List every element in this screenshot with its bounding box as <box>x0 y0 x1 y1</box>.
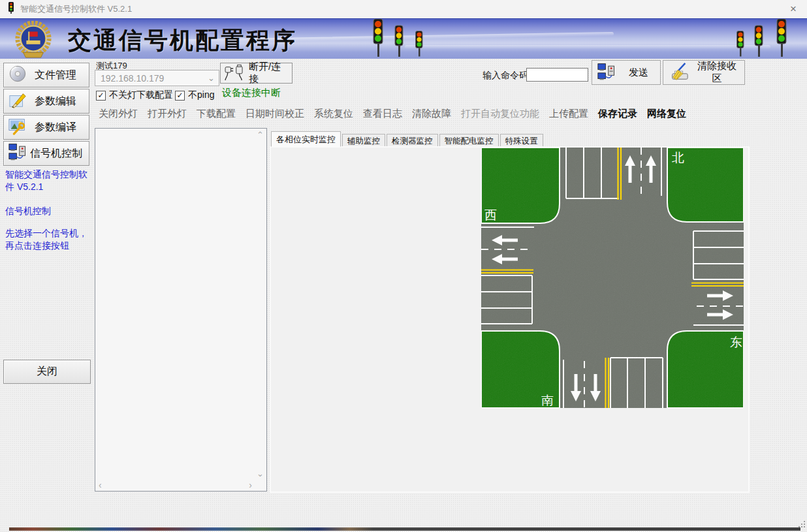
sidebar-button-label: 参数编辑 <box>27 95 84 108</box>
checkbox-icon[interactable]: ✓ <box>96 91 106 101</box>
send-button-label: 发送 <box>622 67 655 79</box>
connect-button-label: 断开/连接 <box>249 61 289 86</box>
clear-receive-button-label: 清除接收区 <box>695 60 739 85</box>
cd-icon <box>8 65 27 86</box>
menu-item-clear-fault[interactable]: 清除故障 <box>412 108 451 120</box>
command-menu-bar: 关闭外灯 打开外灯 下载配置 日期时间校正 系统复位 查看日志 清除故障 打开自… <box>99 108 686 120</box>
tab-smart-power-monitor[interactable]: 智能配电监控 <box>439 134 499 147</box>
app-title: 交通信号机配置程序 <box>68 25 297 57</box>
checkbox-label: 不ping <box>188 89 214 101</box>
sidebar-button-parameter-compile[interactable]: 参数编译 <box>3 115 89 140</box>
traffic-light-icon <box>753 24 765 59</box>
sidebar-button-label: 文件管理 <box>27 69 84 82</box>
traffic-light-app-icon <box>7 2 16 16</box>
resize-grip[interactable] <box>799 521 805 527</box>
title-bar: 智能交通信号控制软件 V5.2.1 × <box>0 0 807 18</box>
sidebar-button-file-management[interactable]: 文件管理 <box>3 63 89 87</box>
sidebar-hint-text: 先选择一个信号机，再点击连接按钮 <box>5 227 90 252</box>
police-badge-logo <box>14 21 52 59</box>
menu-item-save-record[interactable]: 保存记录 <box>598 108 637 120</box>
header-banner: 交通信号机配置程序 <box>0 18 807 59</box>
connection-status: 设备连接中断 <box>222 87 281 99</box>
window-bottom-border <box>9 527 800 531</box>
pencil-icon <box>8 91 27 112</box>
close-icon[interactable]: × <box>790 3 797 16</box>
sidebar-button-label: 参数编译 <box>27 121 84 134</box>
receive-log-listbox[interactable]: ⌃ ⌄ ‹ › <box>95 128 267 492</box>
menu-item-upload-config[interactable]: 上传配置 <box>549 108 588 120</box>
clear-receive-button[interactable]: 清除接收区 <box>663 60 745 85</box>
close-button-label: 关闭 <box>37 365 57 379</box>
menu-item-close-external-lights[interactable]: 关闭外灯 <box>99 108 138 120</box>
compile-icon <box>8 117 27 138</box>
connect-button[interactable]: 断开/连接 <box>220 63 293 84</box>
sidebar-version-text: 智能交通信号控制软件 V5.2.1 <box>5 168 90 193</box>
traffic-light-icon <box>735 30 746 59</box>
ip-combobox-value[interactable] <box>99 72 200 84</box>
menu-item-download-config[interactable]: 下载配置 <box>197 108 236 120</box>
sidebar-button-signal-control[interactable]: 信号机控制 <box>3 141 89 166</box>
menu-item-network-reset[interactable]: 网络复位 <box>647 108 686 120</box>
close-button[interactable]: 关闭 <box>3 360 91 384</box>
menu-item-view-log[interactable]: 查看日志 <box>363 108 402 120</box>
scroll-down-icon[interactable]: ⌄ <box>257 469 264 478</box>
traffic-light-icon <box>774 18 789 59</box>
broom-icon <box>669 62 689 84</box>
plug-icon <box>224 64 245 83</box>
highway-streak <box>405 45 770 49</box>
command-code-label: 输入命令码 <box>483 70 528 82</box>
app-window: 智能交通信号控制软件 V5.2.1 × 交通信号机配置程序 <box>0 0 807 532</box>
traffic-light-icon <box>393 24 405 59</box>
traffic-light-icon <box>414 30 424 59</box>
command-code-input[interactable] <box>526 68 588 82</box>
scroll-left-icon[interactable]: ‹ <box>99 480 102 490</box>
menu-item-enable-auto-reset[interactable]: 打开自动复位功能 <box>461 108 539 120</box>
checkbox-no-ping[interactable]: ✓ 不ping <box>175 89 214 101</box>
checkbox-no-light-off-download[interactable]: ✓ 不关灯下载配置 <box>96 89 173 101</box>
network-computers-icon <box>8 143 28 164</box>
tab-auxiliary-monitor[interactable]: 辅助监控 <box>342 134 385 147</box>
chevron-down-icon[interactable]: ⌄ <box>208 73 215 83</box>
window-title: 智能交通信号控制软件 V5.2.1 <box>20 3 132 15</box>
menu-item-open-external-lights[interactable]: 打开外灯 <box>148 108 187 120</box>
traffic-light-icon <box>371 18 385 59</box>
monitor-tabstrip: 各相位实时监控 辅助监控 检测器监控 智能配电监控 特殊设置 <box>271 131 545 147</box>
tab-special-settings[interactable]: 特殊设置 <box>500 134 543 147</box>
menu-item-system-reset[interactable]: 系统复位 <box>314 108 353 120</box>
checkbox-label: 不关灯下载配置 <box>109 89 173 101</box>
menu-item-datetime-calibration[interactable]: 日期时间校正 <box>245 108 304 120</box>
send-button[interactable]: 发送 <box>592 60 661 85</box>
sidebar-button-label: 信号机控制 <box>28 147 84 161</box>
tab-detector-monitor[interactable]: 检测器监控 <box>387 134 438 147</box>
ip-combobox[interactable]: ⌄ <box>95 70 219 86</box>
network-computers-icon <box>597 63 617 83</box>
intersection-map: 北 西 东 南 <box>481 148 744 408</box>
sidebar-mode-link[interactable]: 信号机控制 <box>5 205 90 217</box>
checkbox-icon[interactable]: ✓ <box>175 91 185 101</box>
vertical-scrollbar[interactable]: ⌃ ⌄ <box>255 130 265 478</box>
sidebar-button-parameter-edit[interactable]: 参数编辑 <box>3 89 89 114</box>
tab-realtime-phase-monitor[interactable]: 各相位实时监控 <box>271 131 341 147</box>
horizontal-scrollbar[interactable]: ‹ › <box>97 480 254 490</box>
scroll-right-icon[interactable]: › <box>249 480 252 490</box>
scroll-up-icon[interactable]: ⌃ <box>257 130 264 140</box>
